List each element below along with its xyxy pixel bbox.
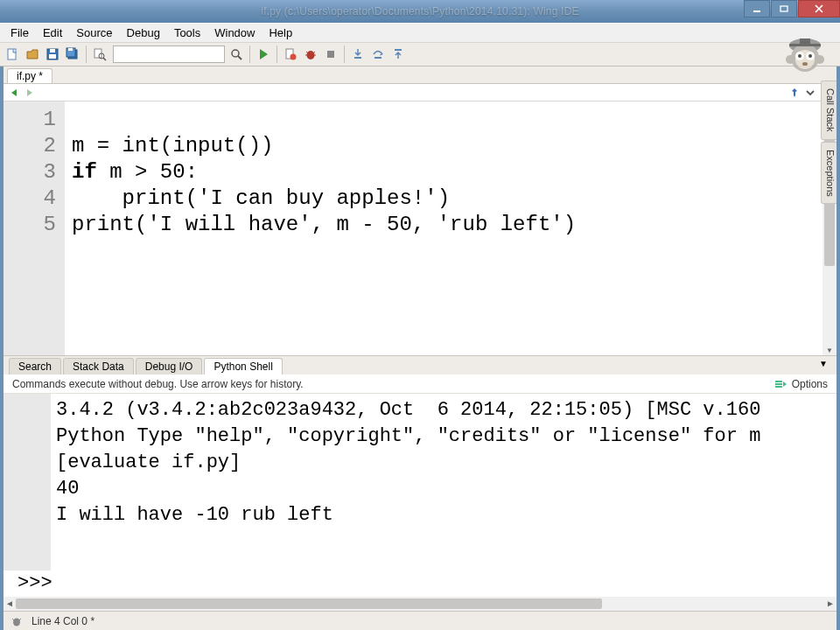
new-file-button[interactable] [4, 46, 21, 63]
svg-point-37 [808, 54, 812, 58]
svg-point-38 [802, 62, 808, 66]
options-icon[interactable] [774, 379, 787, 389]
svg-rect-22 [354, 57, 361, 59]
search-in-files-button[interactable] [91, 46, 108, 63]
shell-gutter [4, 394, 51, 570]
close-button[interactable] [798, 0, 840, 18]
svg-line-17 [306, 52, 308, 53]
svg-line-29 [12, 619, 14, 620]
svg-point-15 [290, 54, 297, 60]
tab-python-shell[interactable]: Python Shell [204, 358, 282, 374]
menubar: File Edit Source Debug Tools Window Help [0, 23, 840, 42]
panel-menu-icon[interactable]: ▼ [819, 359, 828, 368]
svg-rect-42 [800, 38, 810, 46]
file-tabs: if.py * [4, 66, 836, 84]
menu-help[interactable]: Help [262, 24, 299, 41]
run-button[interactable] [255, 46, 272, 63]
svg-rect-1 [780, 6, 788, 11]
menu-debug[interactable]: Debug [120, 24, 167, 41]
shell-hscroll[interactable]: ◄ ► [4, 597, 836, 611]
debug-file-button[interactable] [282, 46, 299, 63]
bottom-tabs: Search Stack Data Debug I/O Python Shell… [4, 355, 836, 374]
svg-rect-27 [775, 386, 782, 388]
maximize-button[interactable] [771, 0, 797, 18]
status-bug-icon[interactable] [10, 615, 23, 627]
code-area[interactable]: m = int(input()) if m > 50: print('I can… [65, 102, 836, 355]
line-gutter: 1 2 3 4 5 [4, 102, 65, 355]
search-input[interactable] [113, 46, 225, 63]
svg-rect-25 [775, 381, 782, 382]
step-over-button[interactable] [369, 46, 387, 63]
menu-edit[interactable]: Edit [36, 24, 69, 41]
side-tab-exceptions[interactable]: Exceptions [821, 142, 836, 205]
svg-point-40 [816, 55, 824, 64]
step-out-button[interactable] [389, 46, 407, 63]
wing-logo-icon [780, 32, 830, 80]
menu-file[interactable]: File [4, 24, 36, 41]
svg-point-28 [13, 618, 20, 626]
svg-rect-21 [327, 51, 334, 58]
editor-nav [4, 84, 836, 102]
side-tab-callstack[interactable]: Call Stack [821, 80, 836, 140]
stop-button[interactable] [322, 46, 340, 63]
pin-icon[interactable] [789, 88, 800, 98]
file-tab[interactable]: if.py * [7, 68, 52, 83]
save-all-button[interactable] [64, 46, 81, 63]
menu-tools[interactable]: Tools [167, 24, 207, 41]
titlebar[interactable]: if.py (c:\Users\operator\Documents\Pytho… [0, 0, 840, 23]
chevron-down-icon[interactable] [805, 88, 816, 98]
code-editor[interactable]: 1 2 3 4 5 m = int(input()) if m > 50: pr… [4, 102, 836, 355]
svg-rect-8 [68, 48, 73, 51]
svg-point-16 [307, 51, 315, 60]
debug-button[interactable] [302, 46, 319, 63]
svg-line-13 [238, 56, 242, 60]
svg-rect-23 [374, 57, 382, 59]
minimize-button[interactable] [744, 0, 770, 18]
window-title: if.py (c:\Users\operator\Documents\Pytho… [261, 5, 578, 18]
open-file-button[interactable] [24, 46, 41, 63]
svg-rect-0 [753, 10, 760, 12]
save-button[interactable] [44, 46, 61, 63]
scroll-right-icon[interactable]: ► [824, 597, 836, 611]
hscroll-thumb[interactable] [16, 598, 602, 609]
menu-source[interactable]: Source [69, 24, 119, 41]
svg-line-11 [103, 58, 106, 60]
shell-prompt[interactable]: >>> [4, 570, 836, 597]
nav-fwd-icon[interactable] [24, 88, 35, 98]
options-label[interactable]: Options [792, 378, 828, 390]
svg-point-39 [786, 55, 794, 64]
shell-hint: Commands execute without debug. Use arro… [12, 378, 304, 390]
scroll-left-icon[interactable]: ◄ [4, 597, 16, 611]
svg-point-12 [232, 50, 239, 57]
tab-debug-io[interactable]: Debug I/O [136, 358, 203, 374]
svg-rect-5 [49, 54, 56, 59]
svg-rect-26 [775, 383, 782, 385]
scroll-down-icon[interactable]: ▼ [822, 346, 836, 355]
toolbar [0, 42, 840, 66]
menu-window[interactable]: Window [207, 24, 262, 41]
python-shell-pane: Commands execute without debug. Use arro… [4, 374, 836, 611]
tab-stack-data[interactable]: Stack Data [63, 358, 134, 374]
tab-search[interactable]: Search [9, 358, 61, 374]
svg-line-18 [313, 52, 315, 53]
svg-rect-4 [50, 49, 55, 52]
nav-back-icon[interactable] [9, 88, 19, 98]
shell-output[interactable]: 3.4.2 (v3.4.2:ab2c023a9432, Oct 6 2014, … [51, 394, 836, 570]
status-position: Line 4 Col 0 * [32, 615, 94, 627]
step-into-button[interactable] [349, 46, 367, 63]
svg-rect-24 [395, 49, 402, 51]
search-button[interactable] [228, 46, 245, 63]
svg-point-36 [798, 54, 802, 58]
svg-line-30 [19, 619, 21, 620]
statusbar: Line 4 Col 0 * [4, 611, 836, 630]
